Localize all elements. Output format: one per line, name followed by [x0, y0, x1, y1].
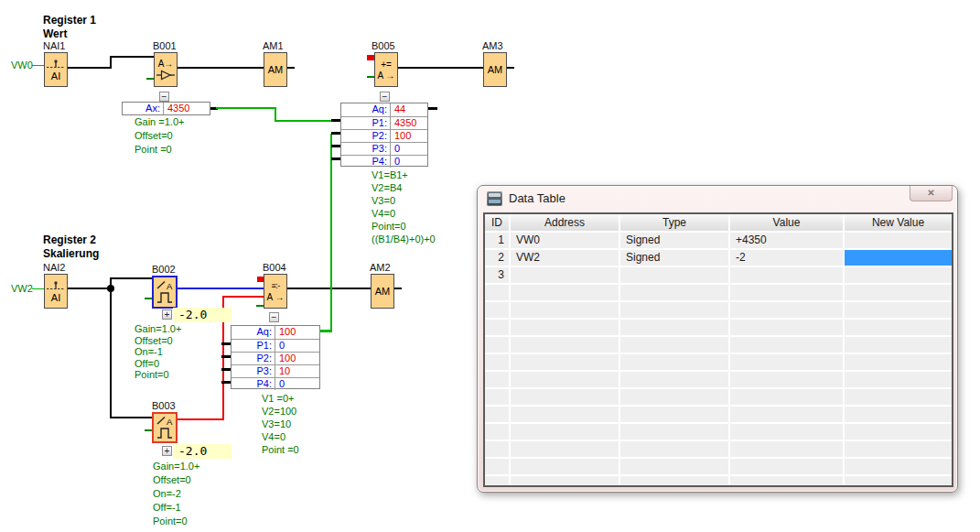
table-row-empty[interactable]: [485, 407, 952, 422]
b004-p4-value[interactable]: 0: [275, 378, 319, 390]
b004-param-line: V3=10: [262, 418, 299, 430]
block-nai1[interactable]: AI: [44, 52, 68, 87]
wire-to-b001[interactable]: [110, 56, 154, 58]
b005-param-line: ((B1/B4)+0)+0: [372, 233, 436, 245]
cell-address[interactable]: VW2: [509, 250, 619, 266]
cell-address[interactable]: [509, 267, 619, 283]
cell-value[interactable]: +4350: [728, 233, 843, 248]
cell-id[interactable]: 1: [485, 233, 509, 248]
cell-new-value-selected[interactable]: [843, 250, 952, 266]
table-row-empty[interactable]: [485, 389, 952, 405]
block-am3[interactable]: AM: [483, 52, 507, 87]
b005-p4-value[interactable]: 0: [391, 156, 427, 168]
cell-id[interactable]: 2: [485, 250, 509, 266]
table-row-empty[interactable]: [485, 441, 952, 457]
stub-b004-aq-out-green: [320, 330, 332, 332]
column-header-new-value[interactable]: New Value: [843, 214, 952, 231]
b004-aq-value[interactable]: 100: [275, 326, 319, 339]
block-b001[interactable]: A→: [154, 52, 178, 87]
cell-type[interactable]: [619, 267, 728, 283]
b004-p3-value[interactable]: 10: [275, 365, 319, 377]
column-header-id[interactable]: ID: [485, 214, 509, 231]
b005-aq-value[interactable]: 44: [391, 103, 427, 116]
b004-param-table[interactable]: Aq: 100 P1: 0 P2: 100 P3: 10 P4: 0: [231, 325, 320, 389]
cell-id[interactable]: 3: [485, 267, 509, 283]
block-am1[interactable]: AM: [264, 52, 287, 87]
table-row-empty[interactable]: [485, 285, 952, 300]
collapse-toggle-b001[interactable]: −: [159, 92, 169, 102]
wire-b005-am3[interactable]: [398, 67, 483, 69]
cell-type[interactable]: Signed: [619, 250, 728, 266]
wire-nai1-out[interactable]: [68, 67, 112, 69]
b005-p3-value[interactable]: 0: [391, 143, 427, 155]
b004-row-p1: P1: 0: [232, 339, 319, 352]
collapse-toggle-b005[interactable]: −: [380, 92, 390, 102]
b005-p1-value[interactable]: 4350: [391, 117, 427, 129]
block-b003-error[interactable]: A: [152, 412, 178, 443]
b002-ref-value[interactable]: -2.0: [173, 308, 232, 322]
block-am2[interactable]: AM: [371, 274, 394, 309]
expand-toggle-b002[interactable]: +: [162, 309, 172, 320]
cell-value[interactable]: -2: [728, 250, 843, 266]
block-b005-bottom-text: A →: [378, 71, 395, 81]
block-b001-text: A→: [158, 59, 174, 69]
table-row-empty[interactable]: [485, 302, 952, 318]
wire-b003-out-red[interactable]: [178, 418, 224, 420]
block-nai2[interactable]: AI: [44, 274, 68, 309]
table-row-empty[interactable]: [485, 476, 952, 487]
cell-new-value[interactable]: [843, 233, 952, 248]
column-header-address[interactable]: Address: [509, 214, 619, 231]
table-row-3[interactable]: 3: [485, 267, 952, 283]
column-header-value[interactable]: Value: [728, 214, 843, 231]
data-table-grid[interactable]: ID Address Type Value New Value 1 VW0 Si…: [483, 212, 953, 487]
data-table-titlebar[interactable]: Data Table ✕: [478, 186, 957, 212]
collapse-toggle-b004[interactable]: −: [269, 312, 279, 322]
table-row-1[interactable]: 1 VW0 Signed +4350: [485, 233, 952, 248]
table-row-empty[interactable]: [485, 354, 952, 370]
b001-ax-value[interactable]: 4350: [164, 103, 210, 114]
wire-nai1-riser[interactable]: [110, 56, 112, 69]
b001-ax-row: Ax: 4350: [123, 103, 210, 114]
cell-new-value[interactable]: [843, 267, 952, 283]
wire-ax-p1-green-a[interactable]: [216, 107, 276, 109]
table-row-empty[interactable]: [485, 424, 952, 440]
table-row-empty[interactable]: [485, 337, 952, 353]
b005-row-aq: Aq: 44: [341, 103, 427, 116]
stub-b005-p1: [331, 119, 340, 122]
block-nai2-text: AI: [51, 292, 60, 303]
b004-p1-value[interactable]: 0: [275, 340, 319, 352]
block-b002-selected[interactable]: A: [152, 276, 178, 309]
analog-threshold-icon: A: [156, 280, 174, 304]
block-b004[interactable]: ≡:- A →: [264, 274, 287, 309]
stub-am1-out: [287, 67, 295, 69]
wire-b004aq-p2-green-v[interactable]: [330, 134, 332, 332]
b005-p2-value[interactable]: 100: [391, 130, 427, 142]
table-row-2[interactable]: 2 VW2 Signed -2: [485, 250, 952, 266]
wire-nai2-out[interactable]: [68, 288, 112, 289]
wire-to-b002[interactable]: [110, 277, 152, 279]
cell-address[interactable]: VW0: [509, 233, 619, 248]
b001-ax-box[interactable]: Ax: 4350: [122, 102, 210, 115]
table-row-empty[interactable]: [485, 459, 952, 474]
table-row-empty[interactable]: [485, 372, 952, 387]
block-label-am3: AM3: [482, 40, 503, 51]
wire-b002-b004-blue[interactable]: [178, 288, 264, 289]
wire-ax-p1-green-c[interactable]: [275, 120, 331, 122]
wire-to-b003[interactable]: [110, 417, 153, 418]
stub-b004-p1: [221, 342, 231, 345]
table-row-empty[interactable]: [485, 320, 952, 335]
wire-b004-am2[interactable]: [287, 288, 371, 289]
register1-title: Register 1: [43, 14, 96, 27]
close-button[interactable]: ✕: [910, 186, 953, 201]
b005-param-table[interactable]: Aq: 44 P1: 4350 P2: 100 P3: 0 P4: 0: [340, 103, 428, 167]
column-header-type[interactable]: Type: [619, 214, 728, 231]
cell-value[interactable]: [728, 267, 843, 283]
block-b005[interactable]: += A →: [374, 52, 398, 87]
b003-ref-value[interactable]: -2.0: [173, 444, 232, 459]
expand-toggle-b003[interactable]: +: [162, 446, 172, 456]
cell-type[interactable]: Signed: [619, 233, 728, 248]
b004-p2-value[interactable]: 100: [275, 353, 319, 364]
wire-to-b004-red[interactable]: [222, 296, 264, 298]
wire-b001-am1[interactable]: [178, 67, 264, 69]
wire-branch-vertical[interactable]: [110, 277, 112, 418]
